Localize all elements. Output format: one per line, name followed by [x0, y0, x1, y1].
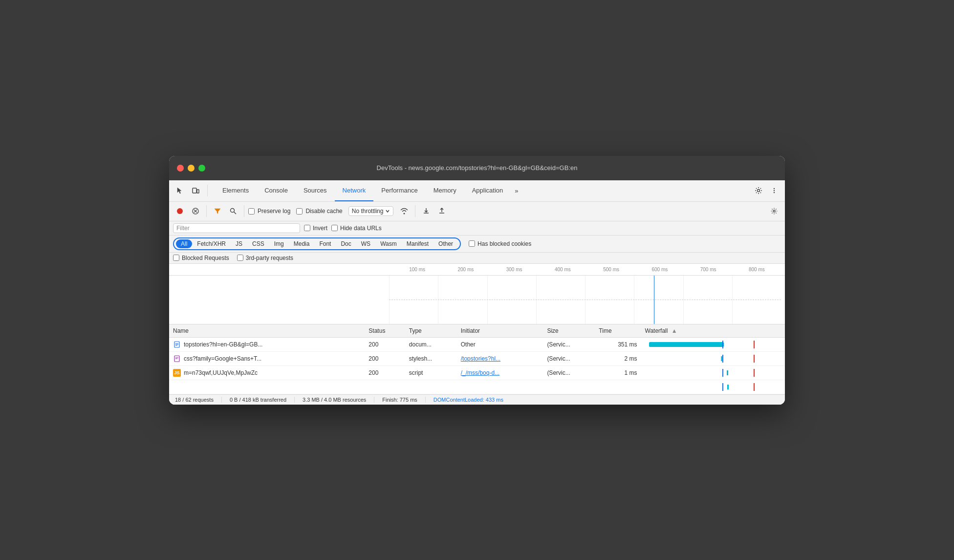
- col-waterfall[interactable]: Waterfall ▲: [641, 324, 785, 338]
- type-btn-all[interactable]: All: [176, 239, 192, 248]
- invert-checkbox[interactable]: [304, 225, 310, 231]
- export-har-button[interactable]: [435, 204, 449, 218]
- toolbar-separator-2: [244, 205, 244, 217]
- import-har-button[interactable]: [419, 204, 433, 218]
- has-blocked-cookies-checkbox[interactable]: [469, 240, 475, 247]
- toolbar-separator: [206, 205, 207, 217]
- search-icon-button[interactable]: [226, 204, 240, 218]
- table-row[interactable]: JS m=n73qwf,UUJqVe,MpJwZc 200 script /_/…: [169, 366, 785, 380]
- device-toggle-icon[interactable]: [189, 184, 202, 197]
- blocked-requests-bar: Blocked Requests 3rd-party requests: [169, 253, 785, 264]
- row1-wf-red-line: [754, 341, 755, 348]
- tab-sources[interactable]: Sources: [296, 180, 335, 201]
- wifi-icon: [400, 208, 409, 215]
- type-btn-other[interactable]: Other: [434, 239, 458, 248]
- type-btn-css[interactable]: CSS: [247, 239, 269, 248]
- col-size[interactable]: Size: [543, 324, 595, 338]
- row2-wf-red-line: [754, 355, 755, 363]
- dom-content-loaded-line: [654, 276, 654, 324]
- filter-icon-button[interactable]: [211, 204, 224, 218]
- blocked-requests-checkbox[interactable]: [173, 255, 179, 261]
- row3-wf-container: [645, 369, 781, 377]
- tab-application[interactable]: Application: [464, 180, 511, 201]
- third-party-label[interactable]: 3rd-party requests: [237, 255, 293, 261]
- request-table-container: Name Status Type Initiator Size: [169, 324, 785, 394]
- row1-name: topstories?hl=en-GB&gl=GB...: [169, 337, 365, 351]
- has-blocked-cookies-label[interactable]: Has blocked cookies: [469, 240, 531, 247]
- timeline-chart[interactable]: [169, 276, 785, 324]
- throttle-select[interactable]: No throttling: [348, 206, 394, 216]
- transferred-size: 0 B / 418 kB transferred: [222, 397, 295, 403]
- row3-wf-red-line: [754, 369, 755, 377]
- row3-size: (Servic...: [543, 366, 595, 380]
- preserve-log-label[interactable]: Preserve log: [248, 208, 290, 215]
- row1-wf-bar: [649, 342, 724, 347]
- row3-time: 1 ms: [595, 366, 641, 380]
- css-icon: [173, 355, 181, 363]
- disable-cache-checkbox[interactable]: [296, 208, 303, 215]
- type-btn-ws[interactable]: WS: [356, 239, 375, 248]
- invert-filter-label[interactable]: Invert: [304, 225, 327, 232]
- tab-memory[interactable]: Memory: [426, 180, 464, 201]
- settings-icon[interactable]: [752, 184, 765, 197]
- requests-count: 18 / 62 requests: [175, 397, 222, 403]
- minimize-button[interactable]: [188, 165, 195, 172]
- row4-wf-container: [645, 383, 781, 391]
- row4-wf-bar: [727, 385, 729, 389]
- svg-point-6: [177, 208, 183, 214]
- mark-700: 700 ms: [684, 267, 733, 272]
- row2-status: 200: [365, 351, 405, 366]
- col-status[interactable]: Status: [365, 324, 405, 338]
- type-btn-wasm[interactable]: Wasm: [375, 239, 402, 248]
- type-btn-font[interactable]: Font: [314, 239, 336, 248]
- table-row[interactable]: [169, 380, 785, 394]
- more-tabs-button[interactable]: »: [511, 180, 522, 201]
- filter-bar: Filter Invert Hide data URLs: [169, 221, 785, 236]
- tab-elements[interactable]: Elements: [215, 180, 257, 201]
- js-icon: JS: [173, 369, 181, 377]
- filter-input[interactable]: [192, 225, 289, 232]
- row4-waterfall: [641, 380, 785, 394]
- cursor-icon[interactable]: [173, 184, 187, 197]
- network-settings-icon[interactable]: [767, 204, 781, 218]
- col-time[interactable]: Time: [595, 324, 641, 338]
- table-row[interactable]: css?family=Google+Sans+T... 200 stylesh.…: [169, 351, 785, 366]
- hide-data-urls-checkbox[interactable]: [331, 225, 338, 231]
- nav-icons: [173, 184, 211, 197]
- disable-cache-label[interactable]: Disable cache: [296, 208, 342, 215]
- hide-data-urls-label[interactable]: Hide data URLs: [331, 225, 382, 232]
- col-name[interactable]: Name: [169, 324, 365, 338]
- row3-status: 200: [365, 366, 405, 380]
- blocked-requests-label[interactable]: Blocked Requests: [173, 255, 229, 261]
- type-btn-media[interactable]: Media: [289, 239, 315, 248]
- type-btn-js[interactable]: JS: [231, 239, 247, 248]
- clear-button[interactable]: [189, 204, 202, 218]
- tab-console[interactable]: Console: [257, 180, 296, 201]
- col-initiator[interactable]: Initiator: [457, 324, 543, 338]
- menu-icon[interactable]: [767, 184, 781, 197]
- mark-100: 100 ms: [393, 267, 441, 272]
- row1-status: 200: [365, 337, 405, 351]
- preserve-log-checkbox[interactable]: [248, 208, 255, 215]
- type-btn-fetch[interactable]: Fetch/XHR: [192, 239, 231, 248]
- svg-point-5: [774, 192, 775, 193]
- maximize-button[interactable]: [198, 165, 205, 172]
- timeline-header: 100 ms 200 ms 300 ms 400 ms 500 ms 600 m…: [169, 264, 785, 276]
- col-type[interactable]: Type: [405, 324, 457, 338]
- type-btn-doc[interactable]: Doc: [336, 239, 356, 248]
- type-btn-manifest[interactable]: Manifest: [402, 239, 434, 248]
- table-row[interactable]: topstories?hl=en-GB&gl=GB... 200 docum..…: [169, 337, 785, 351]
- svg-point-3: [774, 188, 775, 189]
- type-filter-group: All Fetch/XHR JS CSS Img Media Font Doc …: [173, 237, 461, 250]
- close-button[interactable]: [177, 165, 184, 172]
- type-btn-img[interactable]: Img: [269, 239, 289, 248]
- dom-content-loaded-time: DOMContentLoaded: 433 ms: [426, 397, 511, 403]
- timeline-baseline: [389, 300, 781, 300]
- network-conditions-icon[interactable]: [397, 204, 411, 218]
- third-party-checkbox[interactable]: [237, 255, 243, 261]
- row1-waterfall: [641, 337, 785, 351]
- row1-type: docum...: [405, 337, 457, 351]
- record-button[interactable]: [173, 204, 187, 218]
- tab-performance[interactable]: Performance: [373, 180, 425, 201]
- tab-network[interactable]: Network: [335, 180, 374, 201]
